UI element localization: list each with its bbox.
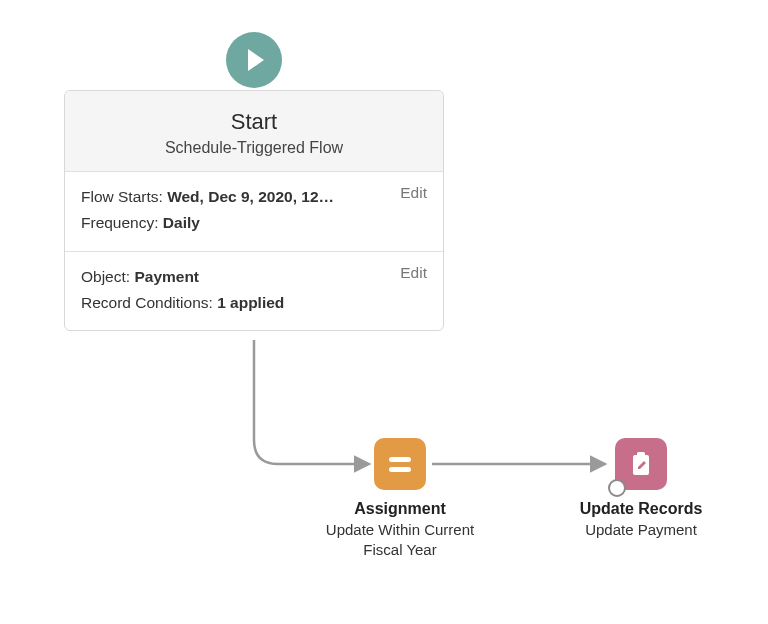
- frequency-row: Frequency: Daily: [81, 210, 427, 236]
- edit-schedule-link[interactable]: Edit: [400, 184, 427, 202]
- flow-starts-label: Flow Starts:: [81, 188, 163, 205]
- start-header: Start Schedule-Triggered Flow: [65, 91, 443, 172]
- assignment-icon: [374, 438, 426, 490]
- update-records-title: Update Records: [556, 500, 726, 518]
- decorator-circle-icon: [608, 479, 626, 497]
- start-schedule-section: Edit Flow Starts: Wed, Dec 9, 2020, 12… …: [65, 172, 443, 252]
- assignment-node[interactable]: Assignment Update Within Current Fiscal …: [310, 438, 490, 559]
- assignment-subtitle: Update Within Current Fiscal Year: [310, 520, 490, 559]
- equals-icon: [389, 457, 411, 472]
- edit-object-link[interactable]: Edit: [400, 264, 427, 282]
- flow-canvas: Start Schedule-Triggered Flow Edit Flow …: [0, 0, 768, 624]
- start-subtitle: Schedule-Triggered Flow: [77, 139, 431, 157]
- play-icon: [226, 32, 282, 88]
- play-triangle-icon: [248, 49, 264, 71]
- clipboard-edit-icon: [626, 449, 656, 479]
- flow-starts-value: Wed, Dec 9, 2020, 12…: [167, 188, 334, 205]
- start-node-card[interactable]: Start Schedule-Triggered Flow Edit Flow …: [64, 90, 444, 331]
- update-records-icon: [615, 438, 667, 490]
- object-label: Object:: [81, 268, 130, 285]
- frequency-value: Daily: [163, 214, 200, 231]
- flow-starts-row: Flow Starts: Wed, Dec 9, 2020, 12…: [81, 184, 427, 210]
- object-row: Object: Payment: [81, 264, 427, 290]
- assignment-title: Assignment: [310, 500, 490, 518]
- record-conditions-label: Record Conditions:: [81, 294, 213, 311]
- start-object-section: Edit Object: Payment Record Conditions: …: [65, 252, 443, 331]
- svg-rect-1: [637, 452, 645, 457]
- update-records-node[interactable]: Update Records Update Payment: [556, 438, 726, 540]
- start-title: Start: [77, 109, 431, 135]
- record-conditions-row: Record Conditions: 1 applied: [81, 290, 427, 316]
- object-value: Payment: [134, 268, 199, 285]
- record-conditions-value: 1 applied: [217, 294, 284, 311]
- frequency-label: Frequency:: [81, 214, 159, 231]
- update-records-subtitle: Update Payment: [556, 520, 726, 540]
